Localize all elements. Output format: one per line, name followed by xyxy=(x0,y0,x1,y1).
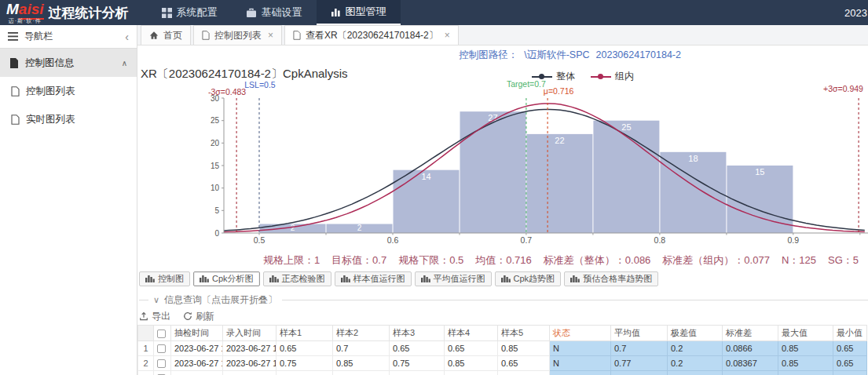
tab-control-chart-list[interactable]: 控制图列表 × xyxy=(193,25,282,45)
nav-item-label: 图型管理 xyxy=(346,5,386,19)
file-outline-icon xyxy=(293,31,301,40)
cell: 0.7 xyxy=(611,341,668,356)
sidebar-group-label: 控制图信息 xyxy=(25,56,75,70)
bar-value-label: 18 xyxy=(688,154,698,163)
histogram-chart-area: 22142722251815-3σ=0.483LSL=0.5Target=0.7… xyxy=(137,75,868,251)
sidebar-item-control-chart-list[interactable]: 控制图列表 xyxy=(0,77,137,105)
cell: 0.85 xyxy=(333,356,390,371)
row-select-cell xyxy=(154,371,171,375)
chevron-left-icon[interactable]: ‹ xyxy=(125,31,129,42)
file-solid-icon xyxy=(9,58,19,68)
cell: 0.8 xyxy=(390,371,445,375)
column-header-3[interactable]: 样本2 xyxy=(333,326,390,341)
cell: 2023-06-27 16:07 xyxy=(223,341,277,356)
nav-item-basic-settings[interactable]: 基础设置 xyxy=(232,0,317,25)
mini-bar-chart-icon xyxy=(501,275,511,282)
chart-button-pass-rate-trend[interactable]: 预估合格率趋势图 xyxy=(564,271,658,286)
chart-button-normality-test[interactable]: 正态检验图 xyxy=(263,271,331,286)
column-header-10[interactable]: 标准差 xyxy=(723,326,778,341)
cell: 2023-06-27 17:08 xyxy=(171,356,223,371)
chart-button-sample-run[interactable]: 样本值运行图 xyxy=(335,271,412,286)
nav-item-chart-management[interactable]: 图型管理 xyxy=(317,0,401,25)
export-icon xyxy=(139,311,148,321)
y-tick-label: 20 xyxy=(211,139,220,147)
close-icon[interactable]: × xyxy=(268,30,273,41)
column-header-2[interactable]: 样本1 xyxy=(277,326,333,341)
breadcrumb-id: 20230624170184-2 xyxy=(596,49,681,60)
mini-bar-chart-icon xyxy=(421,275,430,282)
chart-button-cpk-analysis[interactable]: Cpk分析图 xyxy=(193,271,260,286)
brand-logo: Maisi 迈·斯·软·件 xyxy=(6,2,44,24)
column-header-9[interactable]: 极差值 xyxy=(668,326,723,341)
export-button[interactable]: 导出 xyxy=(139,310,170,323)
mini-bar-chart-icon xyxy=(269,275,279,282)
sidebar-item-realtime-chart-list[interactable]: 实时图列表 xyxy=(0,105,137,133)
cell: 0.85 xyxy=(445,356,498,371)
breadcrumb-label: 控制图路径： xyxy=(459,49,518,62)
mini-bar-chart-icon xyxy=(200,275,209,282)
stat-usl: 规格上限：1 xyxy=(263,253,320,268)
sidebar-header: 导航栏 ‹ xyxy=(0,25,137,49)
row-select-cell xyxy=(154,356,171,371)
info-section-header[interactable]: ∨ 信息查询〔点击展开折叠〕 xyxy=(137,292,868,308)
cell: 0.65 xyxy=(833,341,867,356)
cell: 2023-06-27 17:08 xyxy=(223,356,277,371)
column-header-1[interactable]: 录入时间 xyxy=(223,326,277,341)
y-tick-label: 5 xyxy=(214,206,219,215)
chart-button-cpk-trend[interactable]: Cpk趋势图 xyxy=(495,271,562,286)
mini-bar-chart-icon xyxy=(570,275,580,282)
cell: 0.7 xyxy=(445,371,498,375)
refresh-button[interactable]: 刷新 xyxy=(183,310,214,323)
table-header: 抽检时间录入时间样本1样本2样本3样本4样本5状态平均值极差值标准差最大值最小值 xyxy=(138,326,867,341)
y-tick-label: 25 xyxy=(211,116,220,125)
row-checkbox[interactable] xyxy=(157,344,166,353)
close-icon[interactable]: × xyxy=(445,30,450,41)
chart-button-control-chart[interactable]: 控制图 xyxy=(139,271,190,286)
row-index: 2 xyxy=(138,356,154,371)
cell: N xyxy=(550,341,611,356)
x-tick-label: 0.9 xyxy=(787,235,799,245)
cell: 0.8 xyxy=(333,371,390,375)
stat-std-within: 标准差（组内）：0.077 xyxy=(662,253,770,268)
column-header-11[interactable]: 最大值 xyxy=(778,326,833,341)
column-header-0[interactable]: 抽检时间 xyxy=(171,326,223,341)
stat-mean: 均值：0.716 xyxy=(475,253,532,268)
row-checkbox[interactable] xyxy=(157,359,166,368)
cell: 0.65 xyxy=(445,341,498,356)
column-header-4[interactable]: 样本3 xyxy=(390,326,445,341)
data-table-container[interactable]: 抽检时间录入时间样本1样本2样本3样本4样本5状态平均值极差值标准差最大值最小值… xyxy=(137,325,868,375)
histogram-bar xyxy=(526,134,592,233)
chevron-up-icon[interactable]: ∧ xyxy=(122,59,127,67)
cell: 0.0866 xyxy=(723,341,778,356)
column-header-5[interactable]: 样本4 xyxy=(445,326,498,341)
stat-sg: SG：5 xyxy=(828,253,859,268)
y-tick-label: 10 xyxy=(211,184,220,192)
cell: 0.08367 xyxy=(723,356,778,371)
column-header-12[interactable]: 最小值 xyxy=(833,326,867,341)
hamburger-icon[interactable] xyxy=(8,32,18,41)
bar-value-label: 22 xyxy=(555,136,564,145)
table-row[interactable]: 32023-06-27 17:262023-06-27 17:260.750.8… xyxy=(138,371,867,375)
column-header-8[interactable]: 平均值 xyxy=(611,326,668,341)
chart-button-label: 平均值运行图 xyxy=(434,273,485,285)
chart-button-mean-run[interactable]: 平均值运行图 xyxy=(415,271,492,286)
tab-home[interactable]: 首页 xyxy=(141,25,191,45)
cell: 2023-06-27 16:07 xyxy=(171,341,223,356)
file-outline-icon xyxy=(202,31,210,40)
table-row[interactable]: 22023-06-27 17:082023-06-27 17:080.750.8… xyxy=(138,356,867,371)
tab-view-xr[interactable]: 查看XR〔20230624170184-2〕 × xyxy=(284,25,459,45)
export-label: 导出 xyxy=(152,310,170,323)
home-icon xyxy=(149,31,159,40)
table-row[interactable]: 12023-06-27 16:072023-06-27 16:070.650.7… xyxy=(138,341,867,356)
cell: 0.7 xyxy=(833,371,867,375)
sidebar-title: 导航栏 xyxy=(24,30,53,43)
cell: 0.75 xyxy=(390,356,445,371)
sidebar-group-control-chart-info[interactable]: 控制图信息 ∧ xyxy=(0,49,137,77)
nav-item-label: 基础设置 xyxy=(262,5,302,20)
nav-item-system-config[interactable]: 系统配置 xyxy=(148,0,232,25)
column-header-7[interactable]: 状态 xyxy=(550,326,611,341)
column-header-6[interactable]: 样本5 xyxy=(498,326,550,341)
select-all-checkbox[interactable] xyxy=(157,329,166,338)
divider-line xyxy=(282,300,868,300)
cell: 2023-06-27 17:26 xyxy=(223,371,277,375)
